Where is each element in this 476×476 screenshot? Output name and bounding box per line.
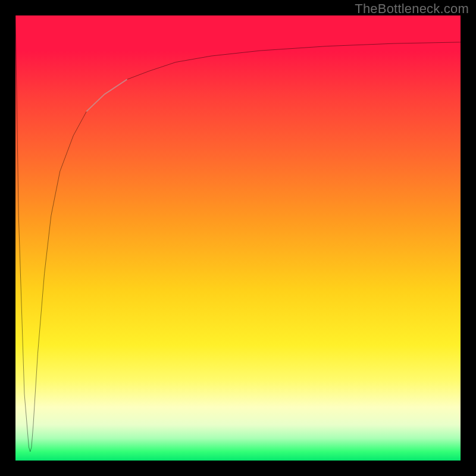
curve-svg <box>15 15 461 461</box>
main-curve-path <box>15 15 461 452</box>
watermark-text: TheBottleneck.com <box>355 1 469 17</box>
chart-frame: TheBottleneck.com <box>0 0 476 476</box>
highlight-segment-path <box>87 80 127 111</box>
